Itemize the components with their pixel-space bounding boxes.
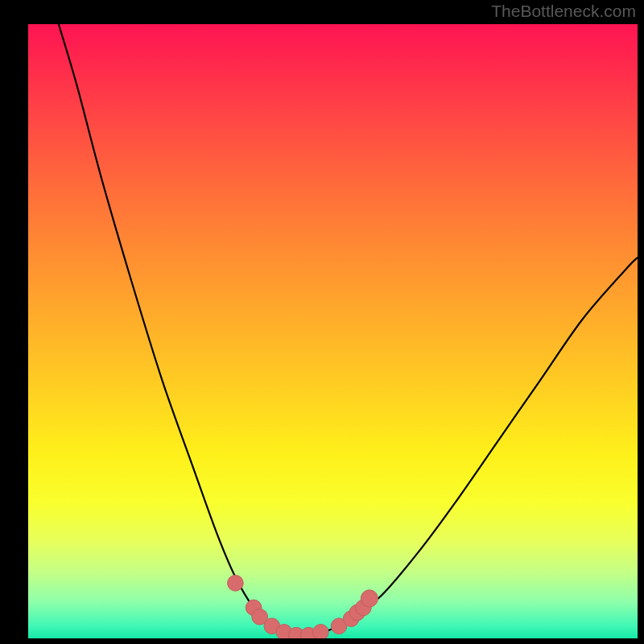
data-point-marker [361, 590, 378, 607]
plot-area [28, 24, 638, 638]
chart-frame: TheBottleneck.com [0, 0, 644, 644]
data-point-marker [313, 625, 329, 638]
data-point-marker [228, 575, 244, 591]
watermark-text: TheBottleneck.com [491, 2, 636, 21]
data-point-markers [28, 24, 638, 638]
